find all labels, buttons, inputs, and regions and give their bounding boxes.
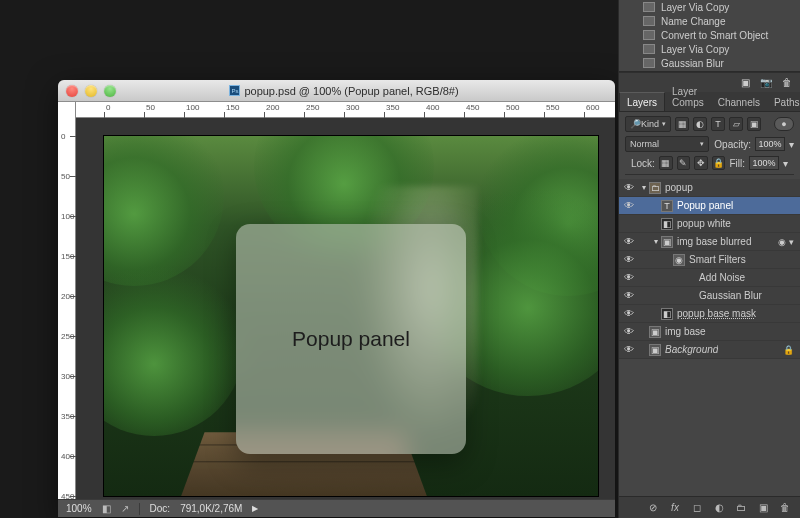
history-step-icon bbox=[643, 30, 655, 40]
create-document-icon[interactable]: ▣ bbox=[741, 77, 750, 88]
layer-name: Smart Filters bbox=[689, 254, 746, 265]
history-item-label: Convert to Smart Object bbox=[661, 30, 768, 41]
snapshot-icon[interactable]: 📷 bbox=[760, 77, 772, 88]
lock-icon: 🔒 bbox=[782, 344, 794, 356]
history-item[interactable]: Layer Via Copy bbox=[619, 42, 800, 56]
visibility-toggle-icon[interactable]: 👁 bbox=[619, 272, 639, 283]
layer-name: popup white bbox=[677, 218, 731, 229]
opacity-field[interactable]: 100% bbox=[755, 137, 785, 151]
popup-panel-text: Popup panel bbox=[292, 327, 410, 351]
filter-kind-select[interactable]: 🔎Kind▾ bbox=[625, 116, 671, 132]
history-item[interactable]: Layer Via Copy bbox=[619, 0, 800, 14]
fill-slider-icon[interactable]: ▾ bbox=[783, 158, 788, 169]
mask-thumbnail-icon: ◧ bbox=[661, 308, 673, 320]
filter-smart-icon[interactable]: ▣ bbox=[747, 117, 761, 131]
filter-type-icon[interactable]: T bbox=[711, 117, 725, 131]
visibility-toggle-icon[interactable]: 👁 bbox=[619, 236, 639, 247]
preview-icon[interactable]: ◧ bbox=[102, 503, 111, 514]
layer-row[interactable]: 👁Add Noise bbox=[619, 269, 800, 287]
panel-tab-layer-comps[interactable]: Layer Comps bbox=[665, 82, 711, 111]
canvas-viewport[interactable]: Popup panel bbox=[76, 118, 615, 499]
delete-layer-icon[interactable]: 🗑 bbox=[778, 501, 792, 515]
history-step-icon bbox=[643, 58, 655, 68]
panel-tab-paths[interactable]: Paths bbox=[767, 93, 800, 111]
psd-file-icon: Ps bbox=[229, 85, 240, 96]
panel-tabs: LayersLayer CompsChannelsPaths▸≡ bbox=[619, 92, 800, 112]
filter-pixel-icon[interactable]: ▦ bbox=[675, 117, 689, 131]
type-layer-icon: T bbox=[661, 200, 673, 212]
window-titlebar[interactable]: Ps popup.psd @ 100% (Popup panel, RGB/8#… bbox=[58, 80, 615, 102]
doc-info-chevron-icon[interactable]: ▶ bbox=[252, 504, 258, 513]
mask-thumbnail-icon: ◧ bbox=[661, 218, 673, 230]
layer-style-icon[interactable]: fx bbox=[668, 501, 682, 515]
blend-mode-select[interactable]: Normal▾ bbox=[625, 136, 709, 152]
new-group-icon[interactable]: 🗀 bbox=[734, 501, 748, 515]
opacity-slider-icon[interactable]: ▾ bbox=[789, 139, 794, 150]
history-list[interactable]: Layer Via CopyName ChangeConvert to Smar… bbox=[619, 0, 800, 72]
filter-adjust-icon[interactable]: ◐ bbox=[693, 117, 707, 131]
layer-row[interactable]: 👁▣Background🔒 bbox=[619, 341, 800, 359]
panel-tab-channels[interactable]: Channels bbox=[711, 93, 767, 111]
disclosure-triangle-icon[interactable]: ▾ bbox=[651, 237, 661, 246]
lock-pixels-icon[interactable]: ✎ bbox=[677, 156, 691, 170]
lock-all-icon[interactable]: 🔒 bbox=[712, 156, 726, 170]
history-step-icon bbox=[643, 44, 655, 54]
layers-tree[interactable]: 👁▾🗀popup👁TPopup panel◧popup white👁▾▣img … bbox=[619, 179, 800, 359]
visibility-toggle-icon[interactable]: 👁 bbox=[619, 326, 639, 337]
history-step-icon bbox=[643, 2, 655, 12]
history-panel: Layer Via CopyName ChangeConvert to Smar… bbox=[619, 0, 800, 72]
layer-row[interactable]: ◧popup white bbox=[619, 215, 800, 233]
visibility-toggle-icon[interactable]: 👁 bbox=[619, 290, 639, 301]
link-layers-icon[interactable]: ⊘ bbox=[646, 501, 660, 515]
ruler-vertical[interactable]: 050100150200250300350400450 bbox=[58, 102, 76, 499]
layer-row[interactable]: 👁▾▣img base blurred◉ ▾ bbox=[619, 233, 800, 251]
document-canvas[interactable]: Popup panel bbox=[104, 136, 598, 496]
visibility-toggle-icon[interactable]: 👁 bbox=[619, 182, 639, 193]
lock-position-icon[interactable]: ✥ bbox=[694, 156, 708, 170]
lock-label: Lock: bbox=[631, 158, 655, 169]
layer-name: img base bbox=[665, 326, 706, 337]
layer-name: popup bbox=[665, 182, 693, 193]
layer-row[interactable]: 👁▣img base bbox=[619, 323, 800, 341]
disclosure-triangle-icon[interactable]: ▾ bbox=[639, 183, 649, 192]
layer-row[interactable]: 👁▾🗀popup bbox=[619, 179, 800, 197]
layer-name: img base blurred bbox=[677, 236, 751, 247]
history-item[interactable]: Name Change bbox=[619, 14, 800, 28]
layer-name: Gaussian Blur bbox=[699, 290, 762, 301]
layer-row[interactable]: 👁Gaussian Blur bbox=[619, 287, 800, 305]
statusbar-separator bbox=[139, 503, 140, 515]
right-panel-dock: Layer Via CopyName ChangeConvert to Smar… bbox=[618, 0, 800, 518]
lock-transparency-icon[interactable]: ▦ bbox=[659, 156, 673, 170]
ruler-horizontal[interactable]: 050100150200250300350400450500550600 bbox=[76, 102, 615, 118]
layer-row[interactable]: 👁TPopup panel bbox=[619, 197, 800, 215]
fill-field[interactable]: 100% bbox=[749, 156, 779, 170]
foliage-shape bbox=[104, 256, 244, 436]
visibility-toggle-icon[interactable]: 👁 bbox=[619, 200, 639, 211]
popup-panel-layer[interactable]: Popup panel bbox=[236, 224, 466, 454]
layer-name: Popup panel bbox=[677, 200, 733, 211]
document-statusbar: 100% ◧ ↗ Doc: 791,0K/2,76M ▶ bbox=[58, 499, 615, 517]
layer-row[interactable]: 👁◧popup base mask bbox=[619, 305, 800, 323]
adjustment-layer-icon[interactable]: ◐ bbox=[712, 501, 726, 515]
visibility-toggle-icon[interactable]: 👁 bbox=[619, 254, 639, 265]
visibility-toggle-icon[interactable]: 👁 bbox=[619, 344, 639, 355]
panel-tab-layers[interactable]: Layers bbox=[619, 92, 665, 111]
visibility-toggle-icon[interactable]: 👁 bbox=[619, 308, 639, 319]
filter-toggle[interactable]: ● bbox=[774, 117, 794, 131]
layer-mask-icon[interactable]: ◻ bbox=[690, 501, 704, 515]
delete-state-icon[interactable]: 🗑 bbox=[782, 77, 792, 88]
zoom-level[interactable]: 100% bbox=[66, 503, 92, 514]
history-item[interactable]: Gaussian Blur bbox=[619, 56, 800, 70]
new-layer-icon[interactable]: ▣ bbox=[756, 501, 770, 515]
history-item-label: Gaussian Blur bbox=[661, 58, 724, 69]
history-item-label: Layer Via Copy bbox=[661, 2, 729, 13]
layer-effects-icon[interactable]: ◉ ▾ bbox=[778, 237, 794, 247]
export-icon[interactable]: ↗ bbox=[121, 503, 129, 514]
history-item[interactable]: Convert to Smart Object bbox=[619, 28, 800, 42]
folder-icon: 🗀 bbox=[649, 182, 661, 194]
doc-info-value[interactable]: 791,0K/2,76M bbox=[180, 503, 242, 514]
filter-shape-icon[interactable]: ▱ bbox=[729, 117, 743, 131]
layer-row[interactable]: 👁◉Smart Filters bbox=[619, 251, 800, 269]
smart-object-icon: ▣ bbox=[649, 326, 661, 338]
history-item-label: Name Change bbox=[661, 16, 725, 27]
